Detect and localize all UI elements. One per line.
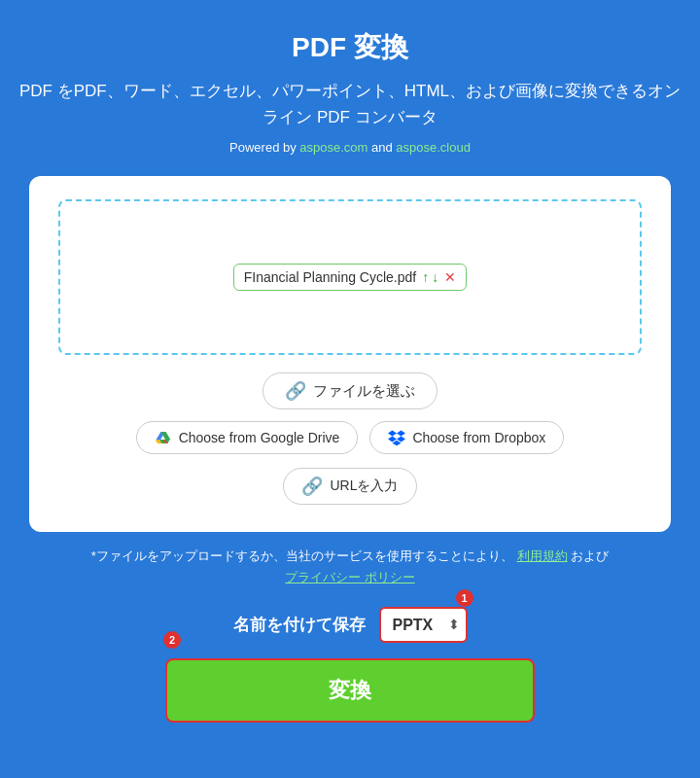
drop-zone[interactable]: FInancial Planning Cycle.pdf ↑ ↓ ✕: [58, 199, 642, 355]
format-select[interactable]: PDF DOCX XLSX PPTX HTML JPG PNG: [379, 607, 468, 643]
file-name: FInancial Planning Cycle.pdf: [244, 269, 416, 285]
link-icon: 🔗: [285, 380, 306, 402]
aspose-cloud-link[interactable]: aspose.cloud: [396, 140, 471, 155]
file-tag-icons: ↑ ↓: [422, 269, 438, 285]
powered-by: Powered by aspose.com and aspose.cloud: [229, 140, 471, 155]
convert-button[interactable]: 変換: [165, 658, 535, 723]
dropbox-button[interactable]: Choose from Dropbox: [369, 421, 564, 454]
page-subtitle: PDF をPDF、ワード、エクセル、パワーポイント、HTML、および画像に変換で…: [19, 78, 681, 130]
dropbox-icon: [388, 429, 405, 446]
terms-link[interactable]: 利用規約: [517, 548, 568, 563]
arrow-up-icon[interactable]: ↑: [422, 269, 429, 285]
badge-2: 2: [163, 631, 181, 649]
close-icon[interactable]: ✕: [444, 269, 456, 285]
save-label: 名前を付けて保存: [233, 614, 366, 636]
format-select-wrapper: 1 PDF DOCX XLSX PPTX HTML JPG PNG ⬍: [379, 607, 468, 643]
url-button[interactable]: 🔗 URLを入力: [283, 468, 416, 505]
file-tag: FInancial Planning Cycle.pdf ↑ ↓ ✕: [233, 264, 467, 291]
aspose-com-link[interactable]: aspose.com: [299, 140, 368, 155]
badge-1: 1: [456, 589, 473, 607]
page-title: PDF 変換: [292, 29, 408, 66]
dropbox-label: Choose from Dropbox: [412, 430, 545, 445]
gdrive-label: Choose from Google Drive: [179, 430, 340, 445]
terms-text: *ファイルをアップロードするか、当社のサービスを使用することにより、 利用規約 …: [29, 546, 671, 588]
google-drive-button[interactable]: Choose from Google Drive: [136, 421, 359, 454]
upload-card: FInancial Planning Cycle.pdf ↑ ↓ ✕ 🔗 ファイ…: [29, 176, 671, 532]
arrow-down-icon[interactable]: ↓: [432, 269, 438, 285]
google-drive-icon: [155, 429, 172, 446]
url-link-icon: 🔗: [301, 476, 323, 497]
privacy-link[interactable]: プライバシー ポリシー: [285, 570, 415, 584]
convert-btn-wrapper: 2 変換: [165, 649, 535, 723]
cloud-buttons-row: Choose from Google Drive Choose from Dro…: [136, 421, 565, 454]
choose-file-button[interactable]: 🔗 ファイルを選ぶ: [262, 372, 438, 409]
url-btn-label: URLを入力: [330, 477, 398, 495]
file-btn-label: ファイルを選ぶ: [313, 382, 415, 401]
save-row: 名前を付けて保存 1 PDF DOCX XLSX PPTX HTML JPG P…: [233, 607, 468, 643]
